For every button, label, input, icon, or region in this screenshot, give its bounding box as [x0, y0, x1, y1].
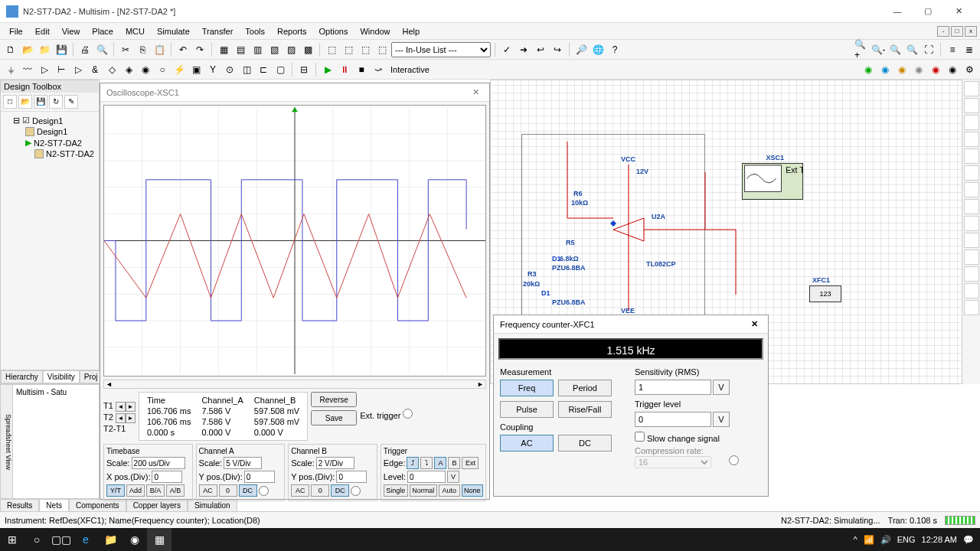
power-icon[interactable]: ⚡	[172, 62, 187, 77]
coupling-dc-button[interactable]: DC	[558, 435, 612, 452]
cortana-icon[interactable]: ○	[24, 528, 49, 551]
save-icon[interactable]: 💾	[54, 42, 69, 57]
new-icon[interactable]: 🗋	[3, 42, 18, 57]
func-gen-icon[interactable]	[964, 98, 979, 113]
hierarchy4-icon[interactable]: ⬚	[374, 42, 390, 57]
t1-left-button[interactable]: ◄	[116, 402, 126, 412]
probe3-icon[interactable]: ◉	[894, 62, 910, 77]
run-icon[interactable]: ▶	[320, 62, 335, 77]
cha-scale-input[interactable]	[224, 457, 262, 469]
indicator-icon[interactable]: ○	[155, 62, 170, 77]
ni-icon[interactable]: ◫	[239, 62, 254, 77]
pause-icon[interactable]: ⏸	[337, 62, 352, 77]
reverse-button[interactable]: Reverse	[311, 392, 357, 407]
t2-right-button[interactable]: ►	[126, 413, 136, 423]
wattmeter-icon[interactable]	[964, 115, 979, 130]
sensitivity-input[interactable]	[635, 380, 711, 395]
menu-mcu[interactable]: MCU	[119, 25, 151, 37]
help-icon[interactable]: ?	[607, 42, 622, 57]
misc2-icon[interactable]: ▣	[188, 62, 204, 77]
network-icon[interactable]	[964, 300, 979, 315]
chb-zero-button[interactable]: 0	[311, 484, 329, 497]
mdi-minimize-button[interactable]: -	[937, 26, 949, 37]
period-button[interactable]: Period	[558, 380, 612, 396]
freq-counter-icon[interactable]	[964, 182, 979, 197]
copy-icon[interactable]: ⎘	[135, 42, 150, 57]
iv-analyzer-icon[interactable]	[964, 249, 979, 265]
chb-scale-input[interactable]	[316, 457, 354, 469]
chb-ypos-input[interactable]	[336, 471, 367, 483]
menu-place[interactable]: Place	[86, 25, 119, 37]
cha-dc-button[interactable]: DC	[239, 484, 257, 497]
maximize-button[interactable]: ▢	[913, 1, 943, 22]
toggle-icon[interactable]: ▦	[216, 42, 231, 57]
cha-color-radio[interactable]	[259, 486, 269, 496]
t2-left-button[interactable]: ◄	[116, 413, 126, 423]
bus-icon[interactable]: ⊟	[296, 62, 312, 77]
hierarchy3-icon[interactable]: ⬚	[358, 42, 373, 57]
globe-icon[interactable]: 🌐	[590, 42, 606, 57]
network-icon[interactable]: 📶	[864, 535, 874, 545]
redo-icon[interactable]: ↷	[192, 42, 207, 57]
tree-item-active[interactable]: ▶N2-ST7-DA2	[4, 137, 96, 148]
probe2-icon[interactable]: ◉	[877, 62, 893, 77]
chrome-icon[interactable]: ◉	[122, 528, 147, 551]
trigger-b-button[interactable]: B	[448, 457, 460, 469]
multisim-taskbar-icon[interactable]: ▦	[147, 528, 172, 551]
toggle2-icon[interactable]: ▤	[233, 42, 248, 57]
toolbox-rename-icon[interactable]: ✎	[64, 95, 78, 109]
menu-file[interactable]: File	[3, 25, 29, 37]
coupling-ac-button[interactable]: AC	[500, 435, 554, 452]
probe-settings-icon[interactable]: ⚙	[962, 62, 977, 77]
toolbox-save-icon[interactable]: 💾	[34, 95, 47, 109]
multimeter-icon[interactable]	[964, 81, 979, 96]
chb-color-radio[interactable]	[351, 486, 361, 496]
risefall-button[interactable]: Rise/Fall	[558, 401, 612, 418]
toggle5-icon[interactable]: ▨	[283, 42, 299, 57]
cut-icon[interactable]: ✂	[118, 42, 133, 57]
yt-button[interactable]: Y/T	[106, 484, 125, 497]
tray-up-icon[interactable]: ^	[854, 535, 858, 544]
cha-ypos-input[interactable]	[244, 471, 275, 483]
list1-icon[interactable]: ≡	[945, 42, 960, 57]
lang-indicator[interactable]: ENG	[897, 535, 916, 544]
toolbox-open-icon[interactable]: 📂	[18, 95, 32, 109]
diode-icon[interactable]: ▷	[37, 62, 52, 77]
ab-button[interactable]: A/B	[166, 484, 185, 497]
electromech-icon[interactable]: ⊙	[222, 62, 237, 77]
edge-rise-button[interactable]: ⤴	[407, 457, 419, 469]
trigger-normal-button[interactable]: Normal	[410, 484, 437, 497]
edge-icon[interactable]: e	[74, 528, 98, 551]
oscilloscope-close-button[interactable]: ✕	[468, 87, 483, 97]
freq-button[interactable]: Freq	[500, 380, 554, 396]
toggle4-icon[interactable]: ▧	[266, 42, 282, 57]
menu-reports[interactable]: Reports	[271, 25, 313, 37]
open-icon[interactable]: 📂	[20, 42, 35, 57]
ttl-icon[interactable]: &	[87, 62, 103, 77]
basic-icon[interactable]: 〰	[20, 62, 35, 77]
tab-results[interactable]: Results	[0, 499, 39, 512]
trigger-auto-button[interactable]: Auto	[439, 484, 460, 497]
trigger-ext-button[interactable]: Ext	[462, 457, 479, 469]
volume-icon[interactable]: 🔊	[880, 535, 891, 545]
mdi-restore-button[interactable]: □	[951, 26, 963, 37]
back-icon[interactable]: ↩	[533, 42, 548, 57]
zoom-area-icon[interactable]: 🔍	[887, 42, 903, 57]
tree-item-design1[interactable]: Design1	[4, 126, 96, 137]
search-icon[interactable]: 🔎	[573, 42, 589, 57]
menu-window[interactable]: Window	[354, 25, 396, 37]
tree-root[interactable]: ⊟ ☑ Design1	[4, 115, 96, 126]
task-view-icon[interactable]: ▢▢	[49, 528, 74, 551]
menu-transfer[interactable]: Transfer	[196, 25, 240, 37]
forward-icon[interactable]: ↪	[550, 42, 565, 57]
paste-icon[interactable]: 📋	[152, 42, 167, 57]
tab-visibility[interactable]: Visibility	[43, 370, 80, 383]
toolbox-new-icon[interactable]: □	[3, 95, 17, 109]
tab-nets[interactable]: Nets	[39, 499, 69, 512]
clock[interactable]: 12:28 AM	[922, 535, 957, 544]
probe-icon[interactable]: ✓	[499, 42, 514, 57]
trigger-level-input[interactable]	[635, 412, 711, 427]
step-icon[interactable]: ⤻	[371, 62, 386, 77]
t1-right-button[interactable]: ►	[126, 402, 136, 412]
ba-button[interactable]: B/A	[146, 484, 165, 497]
